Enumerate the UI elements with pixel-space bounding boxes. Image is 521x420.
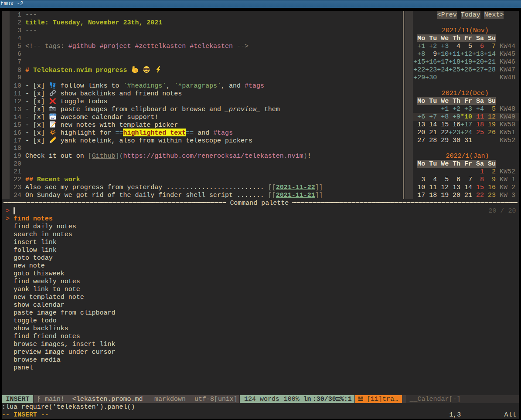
svg-text:17: 17 [51, 116, 54, 120]
